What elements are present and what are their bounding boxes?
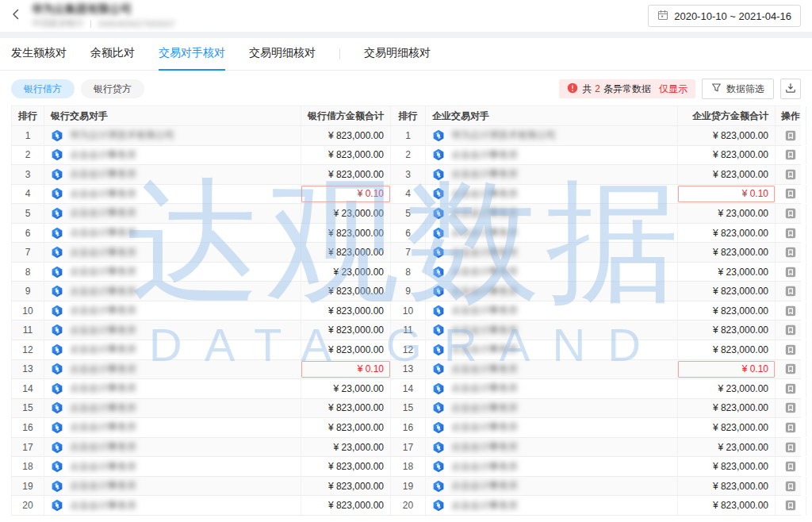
bookmark-button[interactable] bbox=[784, 480, 797, 493]
action-cell bbox=[776, 146, 806, 165]
bookmark-button[interactable] bbox=[784, 460, 797, 473]
tab-group-divider bbox=[339, 48, 340, 59]
bookmark-icon bbox=[785, 422, 796, 433]
corp-party-cell: 企业会计事务所 bbox=[426, 224, 678, 243]
corp-party-cell: 企业会计事务所 bbox=[426, 243, 678, 262]
back-button[interactable] bbox=[8, 8, 24, 24]
bookmark-button[interactable] bbox=[784, 382, 797, 395]
corp-party-name: 企业会计事务所 bbox=[451, 499, 518, 512]
bookmark-button[interactable] bbox=[784, 187, 797, 200]
table-row: 5 企业会计事务所¥ 23,000.005 企业会计事务所¥ 23,000.00 bbox=[11, 204, 801, 224]
anomaly-suffix: 条异常数据 bbox=[603, 83, 651, 96]
toolbar: 银行借方银行贷方 共 2 条异常数据 仅显示 数据筛选 bbox=[0, 79, 812, 99]
company-logo-icon bbox=[51, 129, 63, 142]
bookmark-icon bbox=[785, 461, 796, 472]
tab-4[interactable]: 交易明细核对 bbox=[364, 38, 431, 71]
bookmark-icon bbox=[785, 208, 796, 219]
table-row: 6 企业会计事务所¥ 823,000.006 企业会计事务所¥ 823,000.… bbox=[11, 224, 801, 244]
bookmark-button[interactable] bbox=[784, 305, 797, 317]
bookmark-button[interactable] bbox=[784, 129, 797, 142]
table-row: 17 企业会计事务所¥ 23,000.0017 企业会计事务所¥ 23,000.… bbox=[11, 438, 801, 458]
corp-rank-cell: 18 bbox=[391, 457, 426, 476]
corp-party-name: 企业会计事务所 bbox=[451, 226, 518, 240]
table-row: 19 企业会计事务所¥ 823,000.0019 企业会计事务所¥ 823,00… bbox=[11, 477, 801, 497]
corp-party-name: 企业会计事务所 bbox=[451, 460, 518, 474]
bookmark-button[interactable] bbox=[784, 266, 797, 278]
action-cell bbox=[776, 165, 806, 184]
table-row: 1 华为云计算技术有限公司¥ 823,000.001 华为云计算技术有限公司¥ … bbox=[11, 126, 801, 146]
bank-party-cell: 企业会计事务所 bbox=[44, 263, 301, 282]
bookmark-button[interactable] bbox=[784, 227, 797, 240]
bank-party-cell: 企业会计事务所 bbox=[44, 301, 301, 320]
bank-party-name: 企业会计事务所 bbox=[70, 304, 136, 317]
bookmark-button[interactable] bbox=[784, 285, 797, 297]
corp-amount-cell: ¥ 823,000.00 bbox=[678, 320, 776, 340]
date-range-picker[interactable]: 2020-10-10 ~ 2021-04-16 bbox=[648, 5, 801, 27]
action-cell bbox=[776, 243, 806, 262]
bookmark-button[interactable] bbox=[784, 148, 797, 161]
bank-amount-cell: ¥ 823,000.00 bbox=[301, 340, 391, 359]
bank-rank-cell: 6 bbox=[11, 224, 44, 243]
tab-2[interactable]: 交易对手核对 bbox=[159, 38, 225, 71]
bookmark-icon bbox=[785, 286, 796, 297]
export-button[interactable] bbox=[780, 79, 801, 99]
corp-rank-cell: 15 bbox=[391, 399, 426, 418]
bank-rank-cell: 5 bbox=[11, 204, 44, 223]
bank-party-cell: 企业会计事务所 bbox=[44, 457, 301, 476]
table-row: 14 企业会计事务所¥ 23,000.0014 企业会计事务所¥ 23,000.… bbox=[11, 379, 801, 399]
corp-party-name: 企业会计事务所 bbox=[451, 363, 518, 376]
corp-party-name: 企业会计事务所 bbox=[451, 304, 518, 317]
data-filter-button[interactable]: 数据筛选 bbox=[702, 79, 774, 99]
corp-rank-cell: 19 bbox=[391, 477, 426, 496]
anomaly-highlight bbox=[301, 186, 390, 203]
pill-0[interactable]: 银行借方 bbox=[11, 79, 75, 98]
tab-0[interactable]: 发生额核对 bbox=[11, 38, 67, 71]
bookmark-button[interactable] bbox=[784, 441, 797, 454]
bookmark-button[interactable] bbox=[784, 344, 797, 356]
tab-1[interactable]: 余额比对 bbox=[90, 38, 135, 71]
bookmark-button[interactable] bbox=[784, 363, 797, 375]
action-header: 操作 bbox=[776, 106, 806, 125]
bank-amount-cell: ¥ 23,000.00 bbox=[301, 204, 391, 223]
anomaly-count: 2 bbox=[595, 83, 600, 94]
corp-amount-cell: ¥ 0.10 bbox=[678, 360, 776, 379]
bank-party-name: 企业会计事务所 bbox=[70, 226, 136, 240]
top-bar: 华为云集团有限公司 中国建设银行 2405455657565607 2020-1… bbox=[0, 0, 812, 32]
company-logo-icon bbox=[51, 168, 63, 181]
corp-rank-cell: 2 bbox=[391, 146, 426, 165]
corp-rank-cell: 7 bbox=[391, 243, 426, 262]
bank-rank-cell: 19 bbox=[11, 477, 44, 496]
bank-name: 中国建设银行 bbox=[32, 17, 84, 29]
bookmark-button[interactable] bbox=[784, 168, 797, 181]
bookmark-button[interactable] bbox=[784, 324, 797, 336]
bookmark-button[interactable] bbox=[784, 246, 797, 259]
bank-rank-cell: 11 bbox=[11, 320, 44, 340]
table-row: 4 企业会计事务所¥ 0.104 企业会计事务所¥ 0.10 bbox=[11, 185, 801, 205]
bank-party-name: 企业会计事务所 bbox=[70, 479, 136, 493]
corp-amount-cell: ¥ 823,000.00 bbox=[678, 340, 776, 359]
corp-party-cell: 企业会计事务所 bbox=[426, 301, 678, 320]
bookmark-button[interactable] bbox=[784, 499, 797, 512]
corp-party-name: 企业会计事务所 bbox=[451, 187, 518, 201]
bookmark-button[interactable] bbox=[784, 207, 797, 220]
company-logo-icon bbox=[51, 187, 63, 200]
bank-party-cell: 企业会计事务所 bbox=[44, 477, 301, 496]
bookmark-button[interactable] bbox=[784, 421, 797, 434]
show-only-anomalies-link[interactable]: 仅显示 bbox=[659, 83, 688, 96]
corp-party-name: 企业会计事务所 bbox=[451, 440, 518, 454]
bank-rank-cell: 3 bbox=[11, 165, 44, 184]
pill-1[interactable]: 银行贷方 bbox=[81, 79, 144, 98]
tab-3[interactable]: 交易明细核对 bbox=[249, 38, 316, 71]
bank-party-name: 企业会计事务所 bbox=[70, 246, 136, 259]
corp-rank-cell: 13 bbox=[391, 360, 426, 379]
bank-amount-cell: ¥ 823,000.00 bbox=[301, 301, 391, 320]
bookmark-button[interactable] bbox=[784, 401, 797, 414]
company-logo-icon bbox=[51, 480, 63, 493]
corp-party-cell: 企业会计事务所 bbox=[426, 399, 678, 418]
corp-party-cell: 企业会计事务所 bbox=[426, 438, 678, 457]
action-cell bbox=[776, 457, 806, 476]
corp-rank-cell: 9 bbox=[391, 282, 426, 301]
corp-amount-cell: ¥ 823,000.00 bbox=[678, 126, 776, 145]
bank-rank-cell: 1 bbox=[11, 126, 44, 145]
table-row: 15 企业会计事务所¥ 823,000.0015 企业会计事务所¥ 823,00… bbox=[11, 399, 801, 419]
